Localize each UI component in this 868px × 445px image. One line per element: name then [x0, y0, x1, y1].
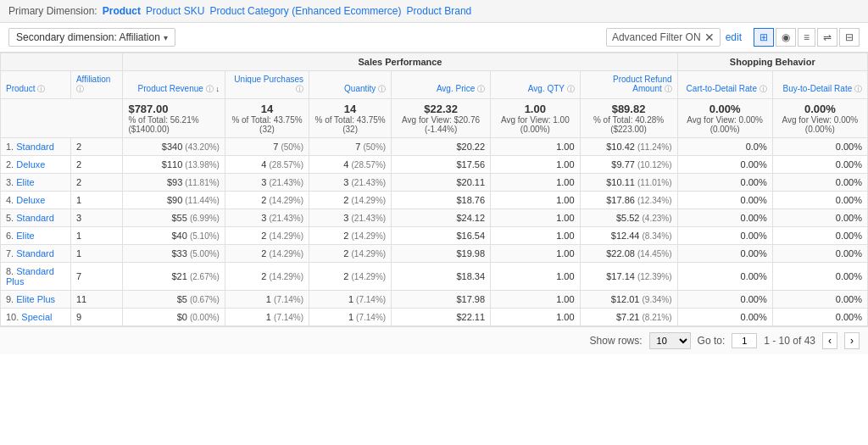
cell-revenue: $5 (0.67%)	[123, 291, 225, 309]
col-unique-purchases: Unique Purchases ⓘ	[225, 71, 309, 99]
totals-revenue-val: $787.00	[128, 103, 220, 115]
cart-detail-sort-link[interactable]: Cart-to-Detail Rate	[687, 84, 757, 93]
cell-product-num: 6. Elite	[1, 227, 71, 245]
toolbar: Secondary dimension: Affiliation ▾ Advan…	[0, 23, 868, 53]
cell-affiliation: 3	[70, 209, 123, 227]
avg-price-sort-link[interactable]: Avg. Price	[437, 84, 475, 93]
row-number: 7.	[6, 248, 14, 259]
cell-revenue: $90 (11.44%)	[123, 192, 225, 209]
primary-dim-link-category[interactable]: Product Category (Enhanced Ecommerce)	[209, 5, 401, 17]
cell-buy-detail: 0.00%	[772, 245, 867, 263]
product-link[interactable]: Standard	[16, 142, 54, 152]
cell-cart-detail: 0.00%	[677, 156, 772, 174]
refund-sort-link[interactable]: Product Refund Amount	[613, 75, 672, 93]
product-link[interactable]: Deluxe	[16, 195, 45, 205]
page-info: 1 - 10 of 43	[764, 335, 815, 347]
view-list-button[interactable]: ≡	[798, 28, 815, 47]
cell-revenue: $340 (43.20%)	[123, 138, 225, 156]
cell-product-num: 9. Elite Plus	[1, 291, 71, 309]
cell-unique: 7 (50%)	[225, 138, 309, 156]
footer-bar: Show rows: 10 25 50 100 500 Go to: 1 - 1…	[0, 326, 868, 354]
cell-cart-detail: 0.00%	[677, 309, 772, 326]
view-compare-button[interactable]: ⇌	[817, 28, 837, 47]
filter-edit-link[interactable]: edit	[726, 31, 742, 43]
cell-unique: 2 (14.29%)	[225, 227, 309, 245]
buy-detail-sort-link[interactable]: Buy-to-Detail Rate	[783, 84, 853, 93]
cell-product-num: 1. Standard	[1, 138, 71, 156]
table-row: 6. Elite 1 $40 (5.10%) 2 (14.29%) 2 (14.…	[1, 227, 868, 245]
cell-refund: $22.08 (14.45%)	[580, 245, 677, 263]
avg-qty-sort-link[interactable]: Avg. QTY	[528, 84, 565, 93]
affiliation-info-icon: ⓘ	[76, 85, 84, 93]
affiliation-sort-link[interactable]: Affiliation	[76, 75, 110, 84]
primary-dim-link-brand[interactable]: Product Brand	[407, 5, 472, 17]
revenue-sort-link[interactable]: Product Revenue	[138, 84, 203, 93]
cell-avg-qty: 1.00	[491, 192, 581, 209]
cell-affiliation: 2	[70, 138, 123, 156]
cell-product-num: 5. Standard	[1, 209, 71, 227]
cell-product-num: 8. Standard Plus	[1, 263, 71, 291]
row-number: 6.	[6, 231, 14, 241]
secondary-dimension-dropdown[interactable]: Secondary dimension: Affiliation ▾	[8, 28, 175, 47]
primary-dim-link-sku[interactable]: Product SKU	[146, 5, 204, 17]
product-link[interactable]: Elite	[16, 231, 34, 241]
col-product: Product ⓘ	[1, 71, 71, 99]
rows-per-page-select[interactable]: 10 25 50 100 500	[649, 332, 691, 349]
filter-box: Advanced Filter ON ✕	[606, 28, 721, 47]
table-row: 3. Elite 2 $93 (11.81%) 3 (21.43%) 3 (21…	[1, 174, 868, 192]
cell-revenue: $55 (6.99%)	[123, 209, 225, 227]
product-sort-link[interactable]: Product	[6, 84, 35, 93]
product-link[interactable]: Elite	[16, 177, 34, 187]
avg-qty-info-icon: ⓘ	[567, 85, 575, 93]
cell-affiliation: 2	[70, 174, 123, 192]
show-rows-label: Show rows:	[590, 335, 643, 347]
view-pivot-button[interactable]: ⊟	[839, 28, 860, 47]
cell-product-num: 10. Special	[1, 309, 71, 326]
row-number: 2.	[6, 159, 14, 170]
product-link[interactable]: Standard Plus	[6, 266, 54, 286]
chevron-down-icon: ▾	[164, 33, 168, 42]
product-link[interactable]: Standard	[16, 248, 54, 259]
cell-revenue: $0 (0.00%)	[123, 309, 225, 326]
totals-cart-detail: 0.00% Avg for View: 0.00% (0.00%)	[677, 99, 772, 138]
col-revenue: Product Revenue ⓘ ↓	[123, 71, 225, 99]
cell-cart-detail: 0.00%	[677, 263, 772, 291]
cell-avg-price: $18.76	[392, 192, 491, 209]
next-page-button[interactable]: ›	[844, 332, 860, 349]
totals-refund: $89.82 % of Total: 40.28% ($223.00)	[580, 99, 677, 138]
cell-avg-price: $22.11	[392, 309, 491, 326]
unique-sort-link[interactable]: Unique Purchases	[234, 75, 303, 84]
product-link[interactable]: Deluxe	[16, 159, 45, 170]
product-link[interactable]: Elite Plus	[16, 294, 55, 304]
col-refund-amount: Product Refund Amount ⓘ	[580, 71, 677, 99]
cell-unique: 1 (7.14%)	[225, 291, 309, 309]
table-row: 8. Standard Plus 7 $21 (2.67%) 2 (14.29%…	[1, 263, 868, 291]
product-link[interactable]: Special	[21, 312, 52, 322]
view-grid-button[interactable]: ⊞	[754, 28, 774, 47]
group-empty	[1, 53, 123, 71]
cell-product-num: 7. Standard	[1, 245, 71, 263]
filter-clear-button[interactable]: ✕	[704, 31, 715, 43]
col-header-row: Product ⓘ Affiliation ⓘ Product Revenue …	[1, 71, 868, 99]
product-link[interactable]: Standard	[16, 213, 54, 223]
view-pie-button[interactable]: ◉	[776, 28, 796, 47]
quantity-info-icon: ⓘ	[378, 85, 386, 93]
goto-input[interactable]	[732, 333, 757, 348]
row-number: 8.	[6, 266, 14, 276]
cell-refund: $12.01 (9.34%)	[580, 291, 677, 309]
totals-buy-detail-val: 0.00%	[778, 103, 862, 115]
cell-buy-detail: 0.00%	[772, 263, 867, 291]
cell-buy-detail: 0.00%	[772, 291, 867, 309]
cell-refund: $12.44 (8.34%)	[580, 227, 677, 245]
totals-avg-price-sub: Avg for View: $20.76 (-1.44%)	[397, 115, 485, 134]
quantity-sort-link[interactable]: Quantity	[344, 84, 376, 93]
totals-avg-price: $22.32 Avg for View: $20.76 (-1.44%)	[392, 99, 491, 138]
unique-info-icon: ⓘ	[296, 85, 303, 93]
cell-revenue: $110 (13.98%)	[123, 156, 225, 174]
cell-refund: $9.77 (10.12%)	[580, 156, 677, 174]
cell-cart-detail: 0.00%	[677, 192, 772, 209]
totals-avg-price-val: $22.32	[397, 103, 485, 115]
prev-page-button[interactable]: ‹	[822, 332, 837, 349]
cell-qty: 2 (14.29%)	[309, 192, 392, 209]
col-cart-detail-rate: Cart-to-Detail Rate ⓘ	[677, 71, 772, 99]
